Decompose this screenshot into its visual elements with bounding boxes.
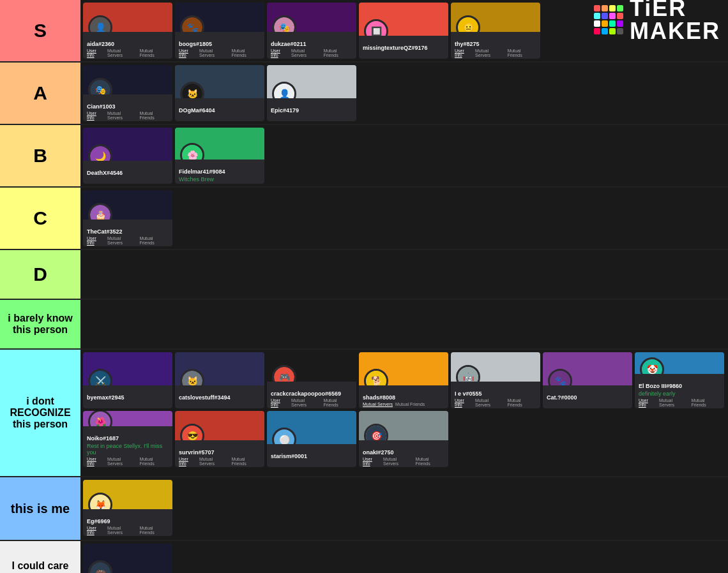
user-card-tab[interactable]: Mutual Servers	[107, 457, 137, 466]
status-dot	[204, 383, 204, 385]
user-card-tab[interactable]: User Info	[179, 48, 197, 57]
avatar: 🤖	[456, 365, 480, 382]
username: Epic#4179	[271, 107, 353, 114]
user-card[interactable]: 🤖I e v#0555User InfoMutual ServersMutual…	[451, 352, 540, 408]
user-card-tab[interactable]: Mutual Friends	[415, 457, 444, 466]
user-card[interactable]: 👤Epic#4179	[267, 65, 356, 121]
user-card-tab[interactable]: Mutual Friends	[507, 48, 536, 57]
logo-text: TiER	[630, 0, 720, 20]
user-card-tab[interactable]: User Info	[455, 398, 473, 407]
user-card-tab[interactable]: User Info	[87, 111, 105, 120]
status-dot	[296, 442, 296, 444]
username: byemax#2945	[87, 394, 169, 401]
user-card[interactable]: 🌸Fidelmar41#9084Witches Brew	[175, 128, 264, 184]
user-card-tab[interactable]: Mutual Friends	[139, 111, 169, 120]
tiermaker-logo-area: TiER MAKER	[588, 0, 728, 40]
user-card-tab[interactable]: User Info	[363, 457, 381, 466]
tier-content-c: 🎂TheCat#3522User InfoMutual ServersMutua…	[80, 188, 728, 249]
user-card[interactable]: 🎭Cian#1003User InfoMutual ServersMutual …	[83, 65, 172, 121]
tier-label-me: this is me	[0, 477, 80, 540]
user-card[interactable]: 🐾boogs#1805User InfoMutual ServersMutual…	[175, 3, 264, 59]
user-card-tab[interactable]: Mutual Servers	[107, 526, 137, 535]
user-card[interactable]: 🐱DOgMa#6404	[175, 65, 264, 121]
user-card[interactable]: 🔲missingtextureQZ#9176	[359, 3, 448, 59]
user-card[interactable]: 🦊Eg#6969User InfoMutual ServersMutual Fr…	[83, 480, 172, 536]
user-card-tab[interactable]: User Info	[87, 236, 105, 245]
user-card[interactable]: 🌺Noiko#1687Rest in peace Stellyx. I'll m…	[83, 411, 172, 467]
user-card-tab[interactable]: Mutual Servers	[475, 48, 504, 57]
user-card-tab[interactable]: User Info	[87, 526, 105, 535]
user-card-tab[interactable]: Mutual Servers	[107, 236, 137, 245]
avatar: 🎮	[272, 365, 296, 382]
user-card-tab[interactable]: User Info	[271, 48, 289, 57]
user-card-tab[interactable]: User Info	[455, 48, 473, 57]
user-card[interactable]: 👤aida#2360User InfoMutual ServersMutual …	[83, 3, 172, 59]
tier-label-dont: i dont RECOGNIZE this person	[0, 350, 80, 476]
user-card[interactable]: 🐕shads#8008Mutual ServersMutual Friends	[359, 352, 448, 408]
user-card-tab[interactable]: Mutual Friends	[139, 48, 169, 57]
user-card-tab[interactable]: User Info	[639, 398, 656, 407]
user-card-tab[interactable]: User Info	[271, 398, 289, 407]
user-card-tab[interactable]: Mutual Friends	[395, 402, 425, 406]
user-card-tab[interactable]: User Info	[179, 457, 197, 466]
user-card[interactable]: 🦇empa#0002	[83, 544, 172, 573]
user-card-tab[interactable]: Mutual Servers	[107, 111, 137, 120]
tier-content-b: 🌙DeathX#4546🌸Fidelmar41#9084Witches Brew	[80, 125, 728, 186]
user-card[interactable]: 😎survrin#5707User InfoMutual ServersMutu…	[175, 411, 264, 467]
user-card-tab[interactable]: Mutual Servers	[659, 398, 688, 407]
tier-content-d	[80, 250, 728, 299]
user-card-tab[interactable]: Mutual Friends	[323, 48, 353, 57]
user-card-tab[interactable]: Mutual Friends	[231, 457, 261, 466]
user-card[interactable]: 🐾Cat.?#0000	[543, 352, 632, 408]
tier-label-b: B	[0, 125, 80, 186]
username: boogs#1805	[179, 41, 261, 47]
user-card-tab[interactable]: Mutual Servers	[107, 48, 137, 57]
avatar: 🔲	[364, 19, 388, 36]
user-card-tab[interactable]: Mutual Friends	[139, 457, 169, 466]
avatar: 🌸	[180, 143, 204, 160]
status-dot	[480, 30, 480, 32]
user-card-tab[interactable]: Mutual Friends	[139, 526, 169, 535]
user-card[interactable]: 🎮crackcrackapoopoo#6569User InfoMutual S…	[267, 352, 356, 408]
status-dot	[112, 159, 112, 161]
user-card-tab[interactable]: Mutual Servers	[199, 48, 229, 57]
status-dot	[112, 383, 112, 385]
user-status-text: Witches Brew	[179, 176, 261, 182]
user-card-tab[interactable]: Mutual Friends	[231, 48, 261, 57]
username: shads#8008	[363, 394, 444, 401]
user-card-tab[interactable]: Mutual Servers	[475, 398, 504, 407]
user-card[interactable]: 🎭dukzae#0211User InfoMutual ServersMutua…	[267, 3, 356, 59]
user-status-text: definitely early	[639, 391, 720, 397]
user-card-tab[interactable]: Mutual Servers	[291, 48, 321, 57]
user-card-tab[interactable]: Mutual Servers	[383, 457, 413, 466]
logo-grid	[594, 5, 623, 34]
user-card-tab[interactable]: Mutual Servers	[291, 398, 321, 407]
user-card-tab[interactable]: User Info	[87, 457, 105, 466]
user-card[interactable]: 🎯onakI#2750User InfoMutual ServersMutual…	[359, 411, 448, 467]
user-card-tab[interactable]: Mutual Friends	[691, 398, 720, 407]
user-card[interactable]: ⚔️byemax#2945	[83, 352, 172, 408]
avatar: 🌺	[88, 411, 112, 426]
status-dot	[572, 383, 572, 385]
tier-row-dont: i dont RECOGNIZE this person⚔️byemax#294…	[0, 350, 728, 477]
status-dot	[204, 438, 204, 440]
user-card[interactable]: 🌙DeathX#4546	[83, 128, 172, 184]
user-card[interactable]: 🐱catslovestuff#3494	[175, 352, 264, 408]
user-card-tab[interactable]: Mutual Friends	[139, 236, 169, 245]
user-card[interactable]: 🎂TheCat#3522User InfoMutual ServersMutua…	[83, 190, 172, 246]
user-card-tab[interactable]: Mutual Friends	[507, 398, 536, 407]
avatar: 🐱	[180, 369, 204, 385]
username: starism#0001	[271, 453, 353, 459]
user-card-tab[interactable]: Mutual Servers	[363, 402, 393, 406]
user-card-tab[interactable]: User Info	[87, 48, 105, 57]
avatar: 🌙	[88, 144, 112, 161]
user-card-tab[interactable]: Mutual Friends	[323, 398, 353, 407]
tier-row-b: B🌙DeathX#4546🌸Fidelmar41#9084Witches Bre…	[0, 125, 728, 188]
user-card[interactable]: 😐thy#8275User InfoMutual ServersMutual F…	[451, 3, 540, 59]
user-card[interactable]: ⚪starism#0001	[267, 411, 356, 467]
username: DOgMa#6404	[179, 107, 261, 114]
user-card[interactable]: 🤡El Bozo III#9860definitely earlyUser In…	[635, 352, 724, 408]
username: crackcrackapoopoo#6569	[271, 391, 353, 397]
avatar: ⚔️	[88, 369, 112, 385]
user-card-tab[interactable]: Mutual Servers	[199, 457, 229, 466]
